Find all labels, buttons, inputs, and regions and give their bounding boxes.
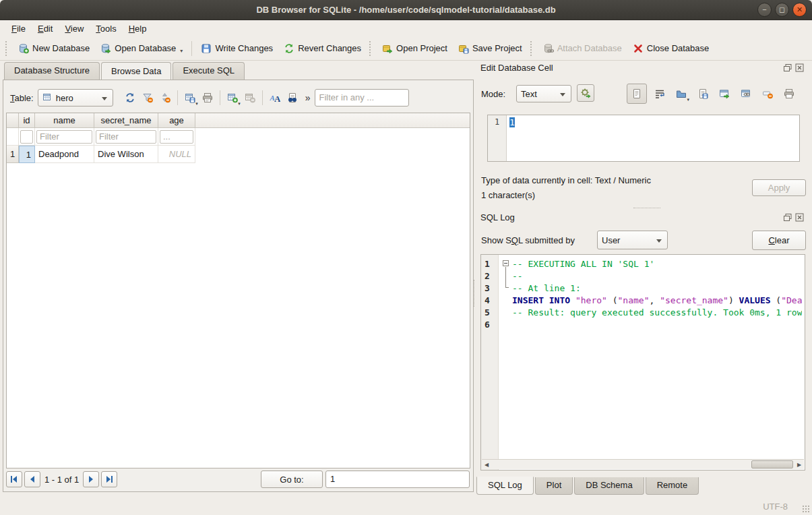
mode-select[interactable]: Text [516, 85, 571, 102]
cell-secret_name[interactable]: Dive Wilson [94, 146, 158, 163]
set-null-button[interactable] [759, 85, 776, 102]
text-mode-icon [631, 88, 642, 99]
refresh-button[interactable] [121, 89, 139, 107]
log-line-number: 6 [481, 320, 496, 332]
scroll-left-arrow[interactable]: ◀ [482, 460, 491, 468]
font-format-button[interactable]: AA [266, 89, 284, 107]
text-mode-button[interactable] [627, 84, 647, 104]
log-line: -- At line 1: [512, 283, 802, 295]
print-button[interactable] [199, 89, 216, 107]
write-changes-button[interactable]: Write Changes [195, 40, 278, 57]
menu-help[interactable]: Help [123, 22, 153, 36]
close-database-icon [633, 43, 644, 54]
table-select[interactable]: hero [38, 89, 113, 107]
new-database-button[interactable]: New Database [13, 40, 95, 57]
row-number[interactable]: 1 [7, 146, 19, 163]
float-dock-icon[interactable] [783, 213, 792, 222]
vertical-splitter-handle[interactable] [474, 280, 476, 307]
sql-log-source-select[interactable]: User [597, 231, 668, 249]
toolbar-overflow-chevron[interactable]: » [305, 92, 311, 103]
import-data-button[interactable]: ▾ [673, 85, 690, 102]
export-data-button[interactable] [694, 85, 712, 102]
main-tab-bar: Database StructureBrowse DataExecute SQL [4, 62, 246, 80]
encoding-indicator[interactable]: UTF-8 [763, 502, 788, 512]
menu-edit[interactable]: Edit [32, 22, 59, 36]
sql-log-horizontal-scrollbar[interactable]: ◀ ▶ [482, 459, 804, 469]
cell-name[interactable]: Deadpond [35, 146, 94, 163]
cell-age[interactable]: NULL [158, 146, 195, 163]
column-header-name[interactable]: name [35, 113, 94, 128]
revert-changes-button[interactable]: Revert Changes [278, 40, 367, 57]
table-icon [42, 92, 53, 103]
cell-editor[interactable]: 1 1 [487, 115, 800, 162]
float-dock-icon[interactable] [783, 63, 792, 73]
resize-grip[interactable] [802, 505, 810, 513]
filter-input-age[interactable]: ... [160, 130, 193, 144]
filter-input-secret_name[interactable]: Filter [96, 130, 156, 144]
goto-input-value: 1 [330, 474, 335, 484]
goto-input[interactable]: 1 [325, 471, 470, 488]
save-results-button[interactable]: ▾ [181, 89, 199, 107]
open-project-button[interactable]: Open Project [377, 40, 453, 57]
auto-mode-button[interactable] [577, 84, 594, 102]
global-filter-input[interactable]: Filter in any ... [315, 89, 409, 107]
sql-segment-comment: -- At line 1: [512, 283, 581, 293]
last-record-button[interactable] [101, 471, 117, 487]
column-header-id[interactable]: id [19, 113, 35, 128]
sql-segment-comment: -- Result: query executed successfully. … [512, 307, 802, 317]
next-record-button[interactable] [83, 471, 99, 487]
tab-execute-sql[interactable]: Execute SQL [173, 62, 245, 80]
scroll-right-arrow[interactable]: ▶ [794, 460, 804, 468]
clear-log-button[interactable]: Clear [752, 231, 806, 250]
table-label: Table: [10, 93, 34, 103]
sql-segment-identifier: "Deadpond [781, 295, 802, 305]
apply-data-button[interactable] [716, 85, 733, 102]
tab-sql-log[interactable]: SQL Log [476, 477, 534, 495]
svg-text:A: A [274, 94, 280, 104]
window-title: DB Browser for SQLite - /home/user/code/… [256, 5, 555, 15]
cell-id[interactable]: 1 [19, 146, 35, 163]
tab-browse-data[interactable]: Browse Data [101, 62, 171, 80]
save-project-button[interactable]: Save Project [453, 40, 528, 57]
close-dock-icon[interactable] [795, 213, 805, 222]
menu-tools[interactable]: Tools [90, 22, 122, 36]
open-external-button[interactable] [737, 85, 755, 102]
close-dock-icon[interactable] [795, 63, 805, 73]
horizontal-splitter-handle[interactable] [633, 208, 660, 210]
maximize-button[interactable]: ◻ [775, 3, 789, 17]
log-line-number: 3 [481, 283, 496, 295]
close-button[interactable]: ✕ [792, 3, 807, 17]
tab-db-schema[interactable]: DB Schema [574, 477, 644, 495]
close-database-button[interactable]: Close Database [627, 40, 715, 57]
window-controls: −◻✕ [757, 3, 807, 17]
menu-file[interactable]: File [5, 22, 32, 36]
tab-remote[interactable]: Remote [646, 477, 699, 495]
cell-size-info: 1 character(s) [481, 190, 535, 200]
tab-database-structure[interactable]: Database Structure [4, 62, 100, 80]
fold-marker-icon[interactable] [503, 260, 509, 266]
first-record-button[interactable] [6, 471, 22, 487]
filter-input-id[interactable] [20, 130, 33, 144]
clear-filters-button[interactable] [139, 89, 156, 107]
clear-sorting-button[interactable] [156, 89, 174, 107]
column-header-age[interactable]: age [158, 113, 195, 128]
goto-button-label: Go to: [280, 475, 303, 485]
open-database-button[interactable]: Open Database▾ [95, 40, 188, 57]
find-in-table-button[interactable] [284, 89, 301, 107]
menu-view[interactable]: View [59, 22, 90, 36]
sql-log-filter-label: Show SQL submitted by [481, 235, 575, 245]
scrollbar-thumb[interactable] [751, 460, 793, 468]
record-navigation: 1 - 1 of 1 Go to: 1 [6, 470, 470, 489]
new-record-button[interactable]: ▾ [224, 89, 241, 107]
filter-input-name[interactable]: Filter [36, 130, 92, 144]
tab-plot[interactable]: Plot [535, 477, 573, 495]
apply-button[interactable]: Apply [752, 179, 806, 196]
prev-record-button[interactable] [24, 471, 40, 487]
word-wrap-button[interactable] [651, 85, 668, 102]
goto-button[interactable]: Go to: [261, 471, 323, 488]
print-cell-button[interactable] [780, 85, 798, 102]
column-header-secret_name[interactable]: secret_name [94, 113, 158, 128]
minimize-button[interactable]: − [757, 3, 772, 17]
bottom-tab-bar: SQL LogPlotDB SchemaRemote [476, 477, 700, 495]
sql-log-view[interactable]: ◀ ▶ 1-- EXECUTING ALL IN 'SQL 1'2--3-- A… [480, 254, 805, 471]
